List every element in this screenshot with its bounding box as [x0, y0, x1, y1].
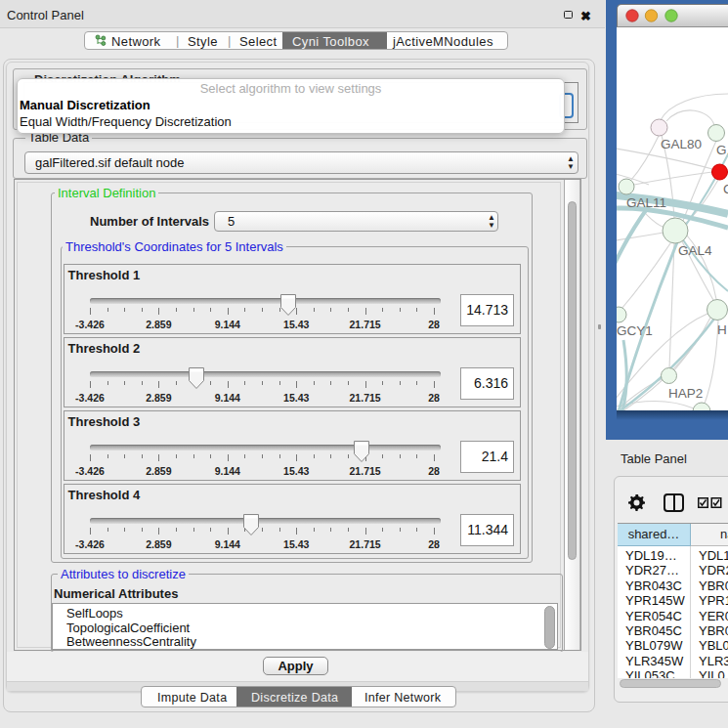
svg-text:GAL4: GAL4 [678, 243, 712, 258]
svg-text:GCY1: GCY1 [617, 323, 653, 338]
svg-text:G.: G. [716, 143, 728, 157]
svg-text:GAL80: GAL80 [661, 137, 702, 151]
svg-text:H: H [717, 322, 727, 337]
svg-text:C: C [723, 182, 728, 196]
svg-text:HAP2: HAP2 [668, 386, 703, 401]
svg-text:GAL11: GAL11 [626, 195, 666, 210]
